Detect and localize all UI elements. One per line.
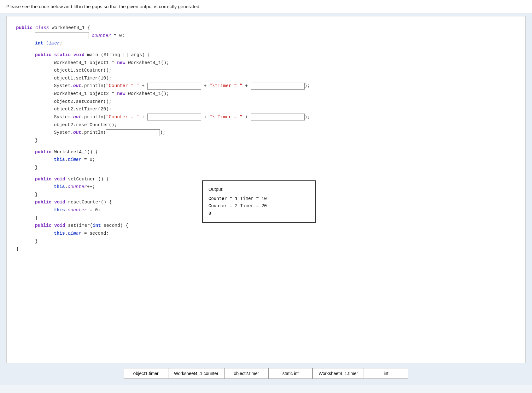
sys2-println: .println(: [81, 113, 106, 121]
kw-this4: this: [54, 230, 65, 238]
instruction: Please see the code below and fill in th…: [0, 0, 532, 13]
sys2-plus2: +: [201, 113, 209, 121]
kw-new2: new: [117, 90, 128, 98]
btn-worksheet41counter[interactable]: Worksheet4_1.counter: [168, 368, 225, 379]
sys2-str1: "Counter = ": [106, 113, 139, 121]
line-constructor-body: this . timer = 0;: [54, 156, 516, 164]
sys1-out: out: [73, 82, 81, 90]
resetcounter-eq: = 0;: [87, 206, 101, 214]
btn-staticint[interactable]: static int: [268, 368, 313, 379]
settimer-name: setTimer(: [68, 222, 92, 230]
setcoutner-dot: .: [65, 183, 68, 191]
sys3-println: .println(: [81, 129, 106, 137]
obj2-decl-text: Worksheet4_1 object2 =: [54, 90, 117, 98]
line-constructor-sig: public Worksheet4_1() {: [35, 148, 516, 156]
line-field-counter: counter = 0;: [35, 32, 516, 40]
kw-public5: public: [35, 198, 54, 206]
line-obj2-decl: Worksheet4_1 object2 = new Worksheet4_1(…: [54, 90, 516, 98]
output-box: Output: Counter = 1 Timer = 10 Counter =…: [202, 180, 316, 223]
constructor-timer-name: timer: [68, 156, 82, 164]
close-main-brace: }: [35, 137, 38, 144]
btn-int[interactable]: int: [364, 368, 408, 379]
kw-void2: void: [54, 175, 68, 183]
sys3-pre: System.: [54, 129, 73, 137]
obj2-new-text: Worksheet4_1();: [128, 90, 169, 98]
field-counter-eq: = 0;: [111, 32, 125, 40]
setcoutner-counter: counter: [68, 183, 87, 191]
sys2-out: out: [73, 113, 81, 121]
sys1-pre: System.: [54, 82, 73, 90]
kw-static: static: [54, 51, 73, 59]
kw-int2: int: [93, 222, 101, 230]
line-println1: System. out .println( "Counter = " + + "…: [54, 82, 516, 90]
kw-this3: this: [54, 206, 65, 214]
kw-void: void: [73, 51, 87, 59]
line-main-sig: public static void main (String [] args)…: [35, 51, 516, 59]
settimer-eq: = second;: [81, 230, 109, 238]
bottom-bar: object1.timer Worksheet4_1.counter objec…: [6, 363, 526, 382]
gap-println3[interactable]: [106, 129, 160, 136]
code-panel: public class Worksheet4_1 { counter = 0;…: [6, 16, 526, 363]
obj1-setcounter-text: object1.setCoutner();: [54, 67, 112, 74]
gap-println1-counter[interactable]: [147, 83, 201, 90]
setcoutner-name: setCoutner () {: [68, 175, 109, 183]
resetcounter-counter: counter: [68, 206, 87, 214]
close-class-brace: }: [16, 245, 19, 253]
line-field-timer: int timer ;: [35, 39, 516, 47]
constructor-name: Worksheet4_1() {: [54, 148, 98, 156]
line-obj1-decl: Worksheet4_1 object1 = new Worksheet4_1(…: [54, 59, 516, 67]
line-obj2-setcounter: object2.setCoutner();: [54, 98, 516, 106]
constructor-timer-dot: .: [65, 156, 68, 164]
sys2-plus3: +: [242, 113, 250, 121]
btn-object1timer[interactable]: object1.timer: [124, 368, 168, 379]
line-close-class: }: [16, 245, 516, 253]
sys2-end: );: [305, 113, 310, 121]
sys1-end: );: [305, 82, 310, 90]
field-timer-name: timer: [46, 39, 60, 47]
kw-public4: public: [35, 175, 54, 183]
setcoutner-inc: ++;: [87, 183, 95, 191]
gap-println2-timer[interactable]: [251, 114, 305, 120]
line-println2: System. out .println( "Counter = " + + "…: [54, 113, 516, 121]
line-class-decl: public class Worksheet4_1 {: [16, 24, 516, 32]
line-obj1-settimer: object1.setTimer(10);: [54, 74, 516, 82]
kw-void3: void: [54, 198, 68, 206]
kw-this2: this: [54, 183, 65, 191]
constructor-timer-eq: = 0;: [81, 156, 95, 164]
field-counter-name: counter: [89, 32, 111, 40]
line-settimer-sig: public void setTimer( int second) {: [35, 222, 516, 230]
line-obj2-resetcounter: object2.resetCounter();: [54, 121, 516, 129]
field-timer-semi: ;: [60, 39, 62, 47]
keyword-class: class: [35, 24, 52, 32]
line-obj2-settimer: object2.setTimer(20);: [54, 105, 516, 113]
btn-worksheet41timer[interactable]: Worksheet4_1.timer: [313, 368, 364, 379]
obj2-settimer-text: object2.setTimer(20);: [54, 105, 112, 113]
obj2-resetcounter-text: object2.resetCounter();: [54, 121, 117, 129]
resetcounter-name: resetCounter() {: [68, 198, 112, 206]
obj1-settimer-text: object1.setTimer(10);: [54, 74, 112, 82]
sys2-pre: System.: [54, 113, 73, 121]
obj1-new-text: Worksheet4_1();: [128, 59, 169, 67]
settimer-param: second) {: [101, 222, 128, 230]
resetcounter-dot: .: [65, 206, 68, 214]
gap-field-type[interactable]: [35, 32, 89, 39]
settimer-timer: timer: [68, 230, 82, 238]
main-area: public class Worksheet4_1 { counter = 0;…: [0, 13, 532, 385]
output-line1: Counter = 1 Timer = 10: [208, 195, 309, 203]
keyword-int: int: [35, 39, 46, 47]
line-settimer-body: this . timer = second;: [54, 230, 516, 238]
close-constructor-brace: }: [35, 164, 38, 172]
btn-object2timer[interactable]: object2.timer: [224, 368, 268, 379]
close-settimer-brace: }: [35, 238, 38, 245]
kw-public3: public: [35, 148, 54, 156]
line-obj1-setcounter: object1.setCoutner();: [54, 67, 516, 74]
sys1-str1: "Counter = ": [106, 82, 139, 90]
sys1-println: .println(: [81, 82, 106, 90]
sys3-end: );: [160, 129, 165, 137]
obj2-setcounter-text: object2.setCoutner();: [54, 98, 112, 106]
gap-println1-timer[interactable]: [251, 83, 305, 90]
gap-println2-counter[interactable]: [147, 114, 201, 120]
settimer-dot: .: [65, 230, 68, 238]
main-method: main (String [] args) {: [87, 51, 150, 59]
close-setcoutner-brace: }: [35, 191, 38, 199]
